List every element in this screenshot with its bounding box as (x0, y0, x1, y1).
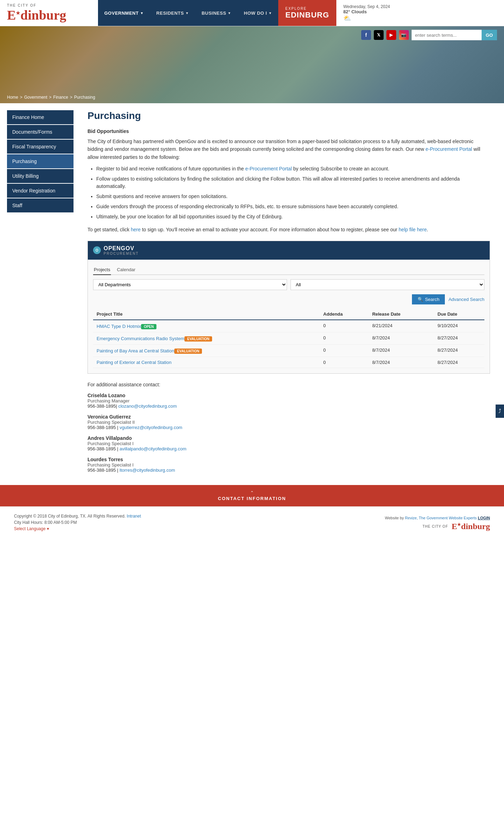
project-title-cell: Painting of Bay Area at Central StationE… (93, 344, 320, 357)
search-input[interactable] (412, 30, 482, 40)
tab-calendar[interactable]: Calendar (116, 265, 136, 274)
contact-phone-andres: 956-388-1895 | avillalpando@cityofedinbu… (88, 446, 490, 451)
release-date-cell: 8/7/2024 (369, 332, 434, 344)
opengov-title-area: OPENGOV PROCUREMENT (104, 245, 139, 255)
contact-name-andres: Andres Villalpando (88, 435, 490, 441)
nav-howdo[interactable]: HOW DO I ▼ (238, 0, 279, 26)
opengov-search-button[interactable]: 🔍 Search (412, 294, 445, 304)
instagram-icon[interactable]: 📷 (399, 30, 409, 40)
project-title-link[interactable]: Painting of Exterior at Central Station (97, 360, 172, 365)
footer-logo-name: E★dinburg (451, 522, 490, 531)
contact-phone-veronica: 956-388-1895 | vgutierrez@cityofedinburg… (88, 425, 490, 430)
share-button[interactable]: ⤴ (496, 405, 504, 418)
revize-link[interactable]: Revize, The Government Website Experts (405, 516, 477, 520)
breadcrumb-current: Purchasing (74, 95, 95, 100)
addenda-cell: 0 (320, 344, 369, 357)
weather-temp: 82° Clouds (343, 9, 390, 14)
bid-section-title: Bid Opportunities (88, 128, 490, 134)
addenda-cell: 0 (320, 320, 369, 332)
due-date-cell: 9/10/2024 (434, 320, 484, 332)
footer-hours: City Hall Hours: 8:00 AM-5:00 PM (14, 520, 141, 525)
facebook-icon[interactable]: f (361, 30, 371, 40)
sidebar-item-finance-home[interactable]: Finance Home (7, 110, 74, 124)
project-badge: EVALUATION (184, 336, 212, 342)
nav-residents-caret: ▼ (185, 11, 189, 15)
contact-section: For additional assistance contact: Crise… (88, 381, 490, 473)
nav-explore[interactable]: EXPLORE Edinburg (278, 0, 336, 26)
help-link[interactable]: help file here (399, 227, 427, 232)
project-title-cell: Painting of Exterior at Central Station (93, 357, 320, 368)
breadcrumb-sep-1: > (20, 95, 22, 100)
signup-link[interactable]: here (131, 227, 141, 232)
project-title-link[interactable]: Emergency Communications Radio System (97, 336, 184, 341)
contact-email-lourdes[interactable]: ltorres@cityofedinburg.com (120, 468, 175, 473)
breadcrumb-finance[interactable]: Finance (53, 95, 68, 100)
contact-title-lourdes: Purchasing Specialist I (88, 462, 490, 468)
nav-howdo-caret: ▼ (268, 11, 272, 15)
contact-email-criselda[interactable]: clozano@cityofedinburg.com (118, 403, 177, 409)
sidebar-item-purchasing[interactable]: Purchasing (7, 154, 74, 168)
project-badge: EVALUATION (174, 349, 202, 354)
footer-login-link[interactable]: LOGIN (478, 516, 490, 520)
contact-email-andres[interactable]: avillalpando@cityofedinburg.com (120, 446, 187, 451)
footer-logo-city-of: THE CITY OF (422, 525, 448, 528)
contact-criselda: Criselda Lozano Purchasing Manager 956-3… (88, 393, 490, 409)
project-badge: OPEN (141, 324, 156, 329)
weather-area: Wednesday, Sep 4, 2024 82° Clouds ⛅ (336, 0, 397, 26)
logo-city-of: THE CITY OF (7, 3, 66, 7)
contact-title-criselda: Purchasing Manager (88, 398, 490, 403)
search-go-button[interactable]: GO (482, 30, 497, 40)
nav-business-caret: ▼ (227, 11, 231, 15)
nav-government[interactable]: GOVERNMENT ▼ (98, 0, 150, 26)
sidebar-item-staff[interactable]: Staff (7, 198, 74, 212)
footer-copyright: Copyright © 2018 City of Edinburg, TX. A… (14, 514, 141, 519)
sidebar-item-vendor-registration[interactable]: Vendor Registration (7, 184, 74, 198)
project-title-link[interactable]: HMAC Type D Hotmix (97, 324, 141, 329)
project-title-link[interactable]: Painting of Bay Area at Central Station (97, 348, 174, 353)
language-dropdown-icon: ▾ (47, 526, 49, 531)
release-date-cell: 8/21/2024 (369, 320, 434, 332)
breadcrumb-government[interactable]: Government (24, 95, 47, 100)
department-filter[interactable]: All Departments (93, 279, 287, 290)
sidebar-item-utility-billing[interactable]: Utility Billing (7, 169, 74, 183)
breadcrumb-sep-3: > (70, 95, 72, 100)
sidebar-item-documents-forms[interactable]: Documents/Forms (7, 125, 74, 139)
table-row[interactable]: Emergency Communications Radio SystemEVA… (93, 332, 484, 344)
addenda-cell: 0 (320, 332, 369, 344)
header: THE CITY OF E★dinburg GOVERNMENT ▼ RESID… (0, 0, 504, 26)
bullet-item-5: Ultimately, be your one location for all… (96, 213, 490, 220)
footer-contact-bar[interactable]: ⌃ CONTACT INFORMATION (0, 485, 504, 506)
project-title-cell: HMAC Type D HotmixOPEN (93, 320, 320, 332)
logo-edinburg: E★dinburg (7, 7, 66, 23)
table-row[interactable]: Painting of Exterior at Central Station0… (93, 357, 484, 368)
contact-name-criselda: Criselda Lozano (88, 393, 490, 398)
select-language-link[interactable]: Select Language ▾ (14, 526, 141, 531)
nav-business[interactable]: BUSINESS ▼ (195, 0, 238, 26)
nav-government-label: GOVERNMENT (104, 10, 139, 16)
opengov-logo-circle: O (93, 246, 101, 254)
bullet-e-procurement-link[interactable]: e-Procurement Portal (245, 166, 292, 171)
twitter-icon[interactable]: 𝕏 (374, 30, 384, 40)
contact-title-veronica: Purchasing Specialist II (88, 420, 490, 425)
project-title-cell: Emergency Communications Radio SystemEVA… (93, 332, 320, 344)
youtube-icon[interactable]: ▶ (386, 30, 396, 40)
status-filter[interactable]: All (290, 279, 484, 290)
table-row[interactable]: Painting of Bay Area at Central StationE… (93, 344, 484, 357)
tab-projects[interactable]: Projects (93, 265, 111, 275)
contact-email-veronica[interactable]: vgutierrez@cityofedinburg.com (120, 425, 182, 430)
breadcrumb-home[interactable]: Home (7, 95, 18, 100)
opengov-title: OPENGOV (104, 245, 139, 252)
e-procurement-link[interactable]: e-Procurement Portal (426, 146, 472, 152)
footer-intranet-link[interactable]: Intranet (127, 514, 141, 519)
due-date-cell: 8/27/2024 (434, 344, 484, 357)
nav-residents[interactable]: RESIDENTS ▼ (150, 0, 195, 26)
advanced-search-link[interactable]: Advanced Search (448, 297, 484, 302)
sidebar-item-fiscal-transparency[interactable]: Fiscal Transparency (7, 140, 74, 154)
footer-left: Copyright © 2018 City of Edinburg, TX. A… (14, 514, 141, 531)
logo-wrapper: THE CITY OF E★dinburg (7, 3, 66, 23)
due-date-cell: 8/27/2024 (434, 357, 484, 368)
contact-veronica: Veronica Gutierrez Purchasing Specialist… (88, 414, 490, 430)
table-row[interactable]: HMAC Type D HotmixOPEN08/21/20249/10/202… (93, 320, 484, 332)
weather-date: Wednesday, Sep 4, 2024 (343, 4, 390, 9)
signup-paragraph: To get started, click here to sign up. Y… (88, 226, 490, 233)
